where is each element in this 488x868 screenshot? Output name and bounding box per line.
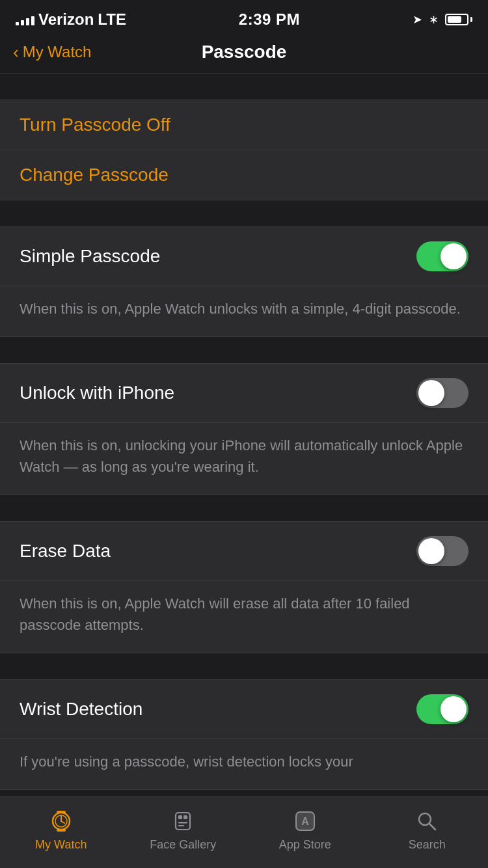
my-watch-icon [47,807,75,835]
battery-tip [470,17,472,22]
simple-passcode-toggle[interactable] [416,241,468,271]
unlock-iphone-description: When this is on, unlocking your iPhone w… [0,423,488,495]
simple-passcode-knob [441,243,467,269]
simple-passcode-label: Simple Passcode [20,246,160,267]
wrist-detection-label: Wrist Detection [20,699,142,720]
tab-my-watch[interactable]: My Watch [0,807,122,852]
tab-app-store[interactable]: A App Store [244,807,366,852]
unlock-iphone-knob [418,380,444,406]
bar2 [21,20,24,25]
svg-rect-6 [176,813,190,830]
location-icon: ➤ [413,12,422,27]
erase-data-knob [418,538,444,564]
page-title: Passcode [202,42,287,62]
face-gallery-tab-label: Face Gallery [150,838,216,852]
change-passcode-label: Change Passcode [20,165,169,185]
carrier-label: Verizon [38,10,94,29]
battery-body [445,14,468,25]
bar1 [16,22,19,25]
section-gap-top [0,74,488,100]
tab-face-gallery[interactable]: Face Gallery [122,807,245,852]
wrist-detection-item: Wrist Detection [0,679,488,739]
battery-fill [448,16,461,23]
change-passcode-item[interactable]: Change Passcode [0,150,488,200]
back-label: My Watch [23,43,92,61]
bluetooth-icon: ∗ [429,12,439,27]
section-gap-3 [0,337,488,363]
wrist-detection-toggle[interactable] [416,694,468,724]
simple-passcode-group: Simple Passcode When this is on, Apple W… [0,226,488,337]
status-right: ➤ ∗ [413,12,472,27]
erase-data-label: Erase Data [20,541,111,562]
turn-passcode-off-item[interactable]: Turn Passcode Off [0,100,488,150]
my-watch-tab-label: My Watch [35,838,87,852]
battery-indicator [445,14,472,25]
section-gap-2 [0,200,488,226]
turn-passcode-off-label: Turn Passcode Off [20,115,170,135]
unlock-iphone-label: Unlock with iPhone [20,383,174,403]
erase-data-description: When this is on, Apple Watch will erase … [0,581,488,653]
bar3 [26,18,29,25]
simple-passcode-description: When this is on, Apple Watch unlocks wit… [0,286,488,337]
face-gallery-icon [169,807,197,835]
simple-passcode-item: Simple Passcode [0,226,488,286]
status-time: 2:39 PM [239,10,300,29]
status-left: Verizon LTE [16,10,126,29]
app-store-tab-label: App Store [279,838,331,852]
erase-data-toggle[interactable] [416,536,468,566]
svg-rect-10 [178,825,184,826]
status-bar: Verizon LTE 2:39 PM ➤ ∗ [0,0,488,35]
wrist-detection-knob [441,696,467,722]
svg-line-15 [429,824,435,830]
network-label: LTE [98,10,126,29]
tab-search[interactable]: Search [366,807,489,852]
svg-rect-8 [183,815,187,819]
main-content: Turn Passcode Off Change Passcode Simple… [0,74,488,868]
search-icon [413,807,441,835]
erase-data-item: Erase Data [0,521,488,581]
back-button[interactable]: ‹ My Watch [13,43,91,61]
passcode-actions-group: Turn Passcode Off Change Passcode [0,100,488,200]
unlock-iphone-toggle[interactable] [416,378,468,408]
section-gap-4 [0,495,488,521]
back-chevron-icon: ‹ [13,44,19,61]
erase-data-group: Erase Data When this is on, Apple Watch … [0,521,488,653]
section-gap-5 [0,653,488,679]
search-tab-label: Search [409,838,446,852]
unlock-iphone-item: Unlock with iPhone [0,363,488,423]
svg-text:A: A [301,816,309,827]
wrist-detection-description: If you're using a passcode, wrist detect… [0,739,488,790]
bar4 [31,16,34,25]
svg-rect-9 [178,822,187,824]
nav-header: ‹ My Watch Passcode [0,35,488,74]
svg-line-5 [61,821,64,823]
app-store-icon: A [291,807,319,835]
unlock-iphone-group: Unlock with iPhone When this is on, unlo… [0,363,488,495]
signal-bars [16,14,34,25]
svg-rect-7 [178,815,182,819]
tab-bar: My Watch Face Gallery A App Store [0,796,488,868]
wrist-detection-group: Wrist Detection If you're using a passco… [0,679,488,790]
